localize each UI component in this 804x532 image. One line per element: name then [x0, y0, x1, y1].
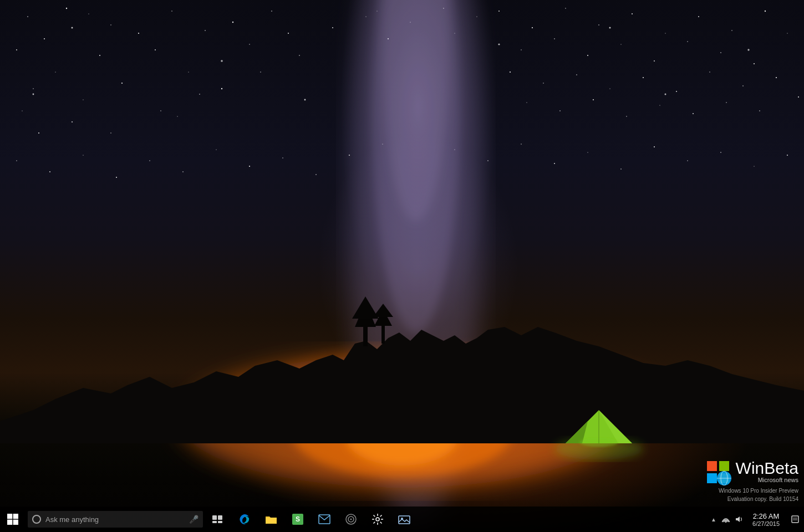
svg-point-13	[171, 11, 172, 11]
svg-point-89	[316, 174, 317, 175]
photos-taskbar-button[interactable]	[391, 507, 417, 532]
svg-point-37	[365, 16, 366, 17]
network-icon	[722, 515, 730, 523]
svg-point-36	[332, 27, 333, 28]
settings-icon	[372, 513, 384, 525]
svg-point-21	[249, 44, 250, 44]
svg-point-80	[16, 160, 17, 161]
svg-rect-132	[212, 521, 217, 523]
svg-point-104	[221, 60, 223, 62]
task-view-button[interactable]	[206, 507, 228, 532]
svg-point-70	[776, 77, 777, 78]
photos-icon	[398, 513, 410, 525]
svg-point-66	[643, 77, 644, 78]
media-icon	[345, 513, 357, 525]
volume-tray-icon[interactable]	[732, 507, 746, 532]
settings-taskbar-button[interactable]	[365, 507, 390, 532]
svg-point-22	[271, 11, 272, 12]
svg-point-68	[709, 71, 710, 72]
svg-point-29	[72, 121, 73, 122]
svg-point-24	[83, 99, 83, 100]
svg-point-84	[149, 160, 150, 161]
desktop: WinBeta Microsoft news Windows 10 Pro In…	[0, 0, 804, 532]
winbeta-build-line2: Evaluation copy. Build 10154	[705, 495, 798, 503]
start-button[interactable]	[0, 507, 26, 532]
pinned-apps-area: S	[232, 507, 708, 532]
svg-point-47	[598, 24, 599, 25]
svg-point-11	[16, 49, 17, 50]
svg-point-107	[609, 27, 611, 29]
tray-chevron-button[interactable]: ▲	[708, 507, 719, 532]
file-explorer-taskbar-button[interactable]	[258, 507, 284, 532]
svg-point-41	[443, 8, 444, 8]
edge-icon	[238, 513, 251, 525]
svg-point-58	[687, 41, 688, 42]
svg-point-73	[593, 99, 594, 100]
svg-point-105	[304, 99, 306, 101]
svg-point-63	[543, 83, 543, 83]
svg-point-31	[38, 132, 39, 134]
svg-point-67	[676, 91, 677, 92]
svg-point-71	[526, 102, 527, 103]
svg-point-40	[410, 22, 410, 22]
svg-point-94	[521, 144, 521, 144]
svg-rect-127	[13, 514, 18, 519]
svg-point-82	[83, 155, 83, 155]
svg-point-88	[282, 157, 283, 158]
media-player-taskbar-button[interactable]	[338, 507, 364, 532]
svg-point-32	[177, 116, 177, 116]
svg-point-69	[742, 85, 744, 86]
svg-point-108	[747, 49, 749, 50]
svg-point-92	[454, 149, 455, 150]
svg-point-91	[382, 144, 383, 144]
svg-point-44	[498, 11, 500, 12]
svg-point-103	[72, 27, 73, 29]
cortana-circle-icon	[32, 515, 41, 524]
svg-point-61	[787, 33, 787, 33]
svg-point-76	[693, 113, 694, 114]
svg-point-8	[110, 24, 111, 25]
store-icon: S	[292, 513, 304, 525]
svg-point-79	[798, 96, 799, 98]
svg-point-87	[249, 166, 250, 167]
svg-point-46	[565, 8, 566, 8]
stars-background	[0, 0, 804, 532]
svg-rect-136	[319, 515, 330, 524]
svg-point-33	[221, 88, 222, 89]
svg-point-72	[559, 110, 561, 111]
svg-point-23	[288, 33, 289, 34]
svg-point-99	[687, 160, 688, 161]
clock-display[interactable]: 2:26 AM 6/27/2015	[746, 507, 786, 532]
svg-point-110	[665, 94, 666, 95]
svg-point-34	[260, 71, 261, 72]
winbeta-logo-icon	[705, 459, 731, 485]
svg-point-45	[532, 27, 533, 28]
edge-taskbar-button[interactable]	[232, 507, 257, 532]
store-taskbar-button[interactable]: S	[285, 507, 311, 532]
winbeta-subtitle: Microsoft news	[736, 477, 798, 484]
svg-point-56	[620, 44, 621, 44]
network-tray-icon[interactable]	[719, 507, 732, 532]
svg-point-60	[754, 63, 755, 64]
svg-point-83	[116, 177, 117, 178]
mail-taskbar-button[interactable]	[312, 507, 337, 532]
svg-rect-141	[399, 516, 410, 524]
svg-point-27	[199, 94, 200, 95]
svg-point-35	[299, 55, 300, 56]
svg-point-64	[576, 74, 577, 75]
svg-point-98	[654, 146, 655, 147]
svg-point-53	[521, 49, 521, 50]
svg-point-62	[510, 71, 511, 73]
svg-point-109	[33, 94, 34, 95]
svg-rect-130	[212, 515, 217, 520]
svg-rect-129	[13, 520, 18, 525]
action-center-button[interactable]	[786, 507, 804, 532]
svg-point-77	[726, 102, 726, 103]
svg-point-15	[55, 71, 55, 72]
task-view-icon	[212, 515, 222, 523]
svg-point-86	[216, 149, 216, 150]
cortana-search-bar[interactable]: Ask me anything 🎤	[28, 511, 203, 528]
svg-point-26	[160, 110, 161, 111]
svg-point-16	[99, 55, 100, 56]
svg-point-25	[121, 83, 123, 84]
